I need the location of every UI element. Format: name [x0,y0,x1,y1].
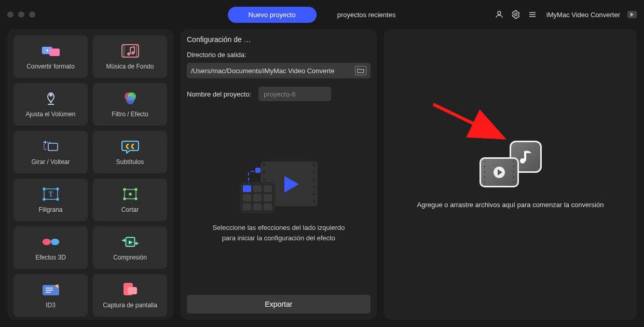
svg-rect-6 [49,49,60,56]
svg-rect-17 [48,143,58,151]
svg-point-30 [42,239,50,246]
main-area: Convertir formato Música de Fondo Ajusta… [0,29,644,327]
settings-icon[interactable] [511,10,520,19]
svg-point-0 [498,11,501,15]
tool-id3[interactable]: ID3 [13,274,88,317]
config-title: Configuración de … [187,35,371,44]
tool-label: Cortar [121,206,139,213]
output-dir-input[interactable]: /Users/mac/Documents/iMyMac Video Conver… [187,63,371,78]
tool-label: Efectos 3D [35,254,66,261]
svg-point-27 [124,198,126,200]
glasses-3d-icon [42,234,60,250]
svg-point-19 [43,188,45,190]
tool-background-music[interactable]: Música de Fondo [93,35,167,78]
background-music-icon [121,43,140,59]
effect-placeholder-graphic [240,161,318,213]
header-right: iMyMac Video Converter [495,10,637,19]
dropzone-graphic [479,141,542,187]
minimize-window-icon[interactable] [18,11,24,18]
tool-label: Ajusta el Volúmen [25,111,75,118]
config-body: Seleccione las efecciones del lado izqui… [187,110,371,295]
tool-label: Filtro / Efecto [112,111,148,118]
dropzone-panel[interactable]: Agregue o arrastre archivos aquí para co… [384,29,637,320]
browse-folder-icon[interactable] [355,66,366,75]
close-window-icon[interactable] [7,11,13,18]
tool-rotate-flip[interactable]: Girar / Voltear [13,131,88,173]
config-panel: Configuración de … Directorio de salida:… [181,29,377,320]
compression-icon [121,234,140,250]
volume-icon [42,91,60,106]
tool-3d-effects[interactable]: Efectos 3D [13,226,88,269]
screenshot-icon [121,282,140,297]
config-hint: Seleccione las efecciones del lado izqui… [212,223,345,243]
export-button[interactable]: Exportar [187,295,371,314]
filter-effect-icon [121,91,140,106]
svg-rect-40 [128,287,137,294]
svg-point-26 [135,188,137,190]
svg-point-31 [51,239,59,246]
app-title: iMyMac Video Converter [544,11,620,19]
video-file-icon [479,157,519,187]
account-icon[interactable] [495,10,504,19]
convert-format-icon [42,43,60,59]
tools-sidebar: Convertir formato Música de Fondo Ajusta… [7,29,173,320]
tool-compression[interactable]: Compresión [93,226,167,269]
tool-convert-format[interactable]: Convertir formato [13,35,88,78]
tool-filter-effect[interactable]: Filtro / Efecto [93,83,167,126]
titlebar: Nuevo proyecto proyectos recientes iMyMa… [0,0,644,29]
maximize-window-icon[interactable] [29,11,35,18]
project-tabs: Nuevo proyecto proyectos recientes [228,7,417,23]
tools-grid: Convertir formato Música de Fondo Ajusta… [13,35,167,317]
tab-new-project[interactable]: Nuevo proyecto [228,7,317,23]
project-name-input[interactable]: proyecto-6 [258,87,331,101]
project-name-value: proyecto-6 [264,90,295,98]
svg-point-22 [57,198,59,200]
svg-point-21 [43,198,45,200]
crop-icon [121,186,140,202]
tool-subtitles[interactable]: Subtítulos [93,131,167,173]
window-controls [7,11,35,18]
id3-icon [42,282,60,297]
watermark-icon: T [42,186,60,202]
output-dir-field: Directorio de salida: /Users/mac/Documen… [187,51,371,78]
output-dir-value: /Users/mac/Documents/iMyMac Video Conver… [191,67,334,75]
svg-line-42 [433,104,498,135]
tool-label: Captura de pantalla [103,302,157,309]
tool-label: Música de Fondo [106,63,154,70]
svg-point-28 [135,198,137,200]
tool-label: Filigrana [38,206,62,213]
svg-point-20 [57,188,59,190]
svg-point-1 [515,13,517,16]
annotation-arrow-icon [431,102,509,143]
subtitles-icon [121,139,140,154]
tool-label: ID3 [46,302,56,309]
dropzone-text: Agregue o arrastre archivos aquí para co… [417,201,604,209]
svg-text:T: T [48,190,53,198]
tool-label: Girar / Voltear [31,158,70,166]
tab-recent-projects[interactable]: proyectos recientes [317,7,417,23]
menu-icon[interactable] [528,10,537,19]
tool-crop[interactable]: Cortar [93,179,167,221]
svg-point-29 [129,193,131,195]
svg-point-16 [126,96,134,104]
svg-point-25 [124,188,126,190]
tool-screenshot[interactable]: Captura de pantalla [93,274,167,317]
svg-point-12 [50,94,52,96]
tool-label: Convertir formato [26,63,75,70]
project-name-field: Nombre del proyecto: proyecto-6 [187,87,371,101]
tool-adjust-volume[interactable]: Ajusta el Volúmen [13,83,88,126]
output-dir-label: Directorio de salida: [187,51,371,59]
project-name-label: Nombre del proyecto: [187,90,251,98]
mini-preview-icon[interactable] [627,11,637,18]
tool-label: Compresión [113,254,147,261]
tool-label: Subtítulos [116,158,144,166]
rotate-flip-icon [42,139,60,154]
svg-rect-32 [50,241,52,242]
tool-watermark[interactable]: T Filigrana [13,179,88,221]
